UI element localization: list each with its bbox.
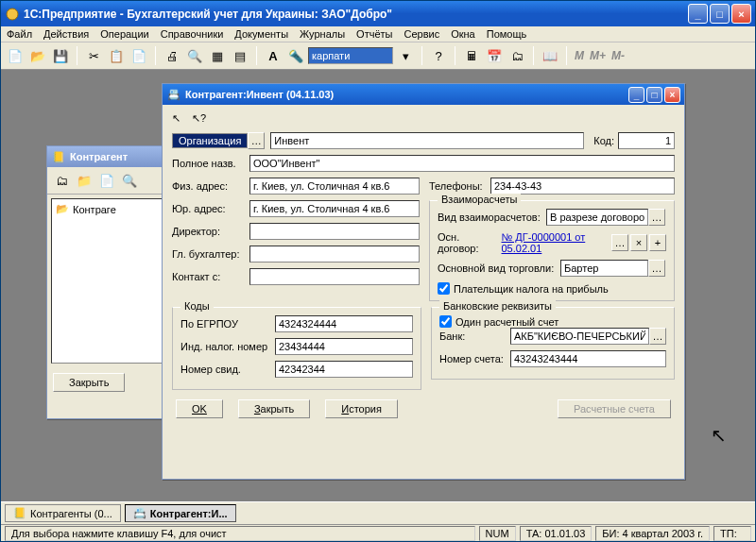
- history-rest: стория: [349, 403, 382, 415]
- inn-input[interactable]: [275, 338, 413, 355]
- account-label: Номер счета:: [439, 353, 510, 364]
- legal-addr-input[interactable]: [249, 200, 420, 217]
- book-icon[interactable]: 📖: [540, 45, 560, 66]
- menu-file[interactable]: Файл: [7, 28, 32, 40]
- status-num: NUM: [479, 526, 516, 541]
- menu-references[interactable]: Справочники: [161, 28, 224, 40]
- director-label: Директор:: [172, 226, 249, 237]
- codes-group: Коды По ЕГРПОУ Инд. налог. номер Номер с…: [172, 307, 421, 390]
- org-type-select-button[interactable]: …: [248, 132, 265, 149]
- settle-kind-button[interactable]: …: [648, 209, 665, 226]
- print-icon[interactable]: 🖨: [162, 45, 182, 66]
- doc-icon[interactable]: 📄: [96, 170, 117, 191]
- help-icon[interactable]: ?: [428, 45, 449, 66]
- history-button[interactable]: История: [325, 399, 398, 418]
- legal-addr-label: Юр. адрес:: [172, 203, 249, 214]
- fullname-input[interactable]: [249, 155, 675, 172]
- cut-icon[interactable]: ✂: [83, 45, 104, 66]
- egrpou-label: По ЕГРПОУ: [180, 318, 275, 330]
- copy-icon[interactable]: 📋: [106, 45, 127, 66]
- status-tp: ТП:: [713, 526, 751, 541]
- folder-open-icon: 📂: [56, 203, 69, 215]
- account-input[interactable]: [510, 350, 666, 367]
- maximize-button[interactable]: □: [710, 4, 730, 24]
- menu-windows[interactable]: Окна: [451, 28, 475, 40]
- taxpayer-checkbox[interactable]: [438, 282, 450, 295]
- code-label: Код:: [593, 135, 614, 146]
- bank-select-button[interactable]: …: [649, 328, 666, 345]
- toolbar-search-input[interactable]: [308, 47, 393, 64]
- code-input[interactable]: [618, 132, 675, 149]
- bank-input[interactable]: [510, 328, 649, 345]
- folder-icon[interactable]: 📁: [74, 170, 94, 191]
- contract-clear-button[interactable]: ×: [630, 234, 647, 251]
- phones-input[interactable]: [490, 178, 675, 195]
- dropdown-icon[interactable]: ▾: [395, 45, 416, 66]
- dialog-minimize-button[interactable]: _: [628, 87, 644, 103]
- list-icon[interactable]: 🗂: [507, 45, 527, 66]
- menu-documents[interactable]: Документы: [234, 28, 288, 40]
- menu-service[interactable]: Сервис: [404, 28, 440, 40]
- minimize-button[interactable]: _: [688, 4, 708, 24]
- settle-kind-input[interactable]: [546, 209, 648, 226]
- svg-point-0: [7, 8, 18, 20]
- bold-icon[interactable]: A: [263, 45, 284, 66]
- date-icon[interactable]: 📅: [484, 45, 505, 66]
- settlements-title: Взаиморасчеты: [438, 194, 521, 205]
- close-button[interactable]: ×: [731, 4, 751, 24]
- menu-actions[interactable]: Действия: [43, 28, 89, 40]
- dialog-close-button[interactable]: ×: [664, 87, 680, 103]
- contract-add-button[interactable]: +: [649, 234, 666, 251]
- inn-label: Инд. налог. номер: [180, 341, 275, 352]
- bank-title: Банковские реквизиты: [439, 300, 556, 312]
- preview-icon[interactable]: 🔍: [184, 45, 205, 66]
- pointer-icon[interactable]: ↖: [172, 112, 180, 125]
- phones-label: Телефоны:: [429, 180, 490, 192]
- single-account-checkbox[interactable]: [439, 315, 452, 328]
- menu-reports[interactable]: Отчёты: [356, 28, 392, 40]
- main-titlebar: 1С:Предприятие - Бухгалтерский учет для …: [1, 1, 755, 26]
- new-icon[interactable]: 📄: [5, 45, 26, 66]
- search2-icon[interactable]: 🔍: [119, 170, 140, 191]
- task-contragent-active[interactable]: 📇 Контрагент:И...: [125, 504, 236, 522]
- cert-input[interactable]: [275, 361, 413, 378]
- help-pointer-icon[interactable]: ↖?: [192, 112, 206, 125]
- open-icon[interactable]: 📂: [27, 45, 48, 66]
- menu-journals[interactable]: Журналы: [300, 28, 345, 40]
- trade-button[interactable]: …: [648, 260, 665, 277]
- dialog-maximize-button[interactable]: □: [646, 87, 662, 103]
- name-input[interactable]: [270, 132, 584, 149]
- sheet2-icon[interactable]: ▤: [230, 45, 250, 66]
- mplus-indicator: M+: [588, 49, 608, 62]
- phys-addr-input[interactable]: [249, 178, 420, 195]
- org-type-box[interactable]: Организация: [172, 133, 248, 148]
- ok-button[interactable]: OK: [176, 399, 223, 418]
- contact-input[interactable]: [249, 268, 420, 285]
- task-contragents[interactable]: 📒 Контрагенты (0...: [5, 504, 121, 522]
- contract-select-button[interactable]: …: [611, 234, 628, 251]
- main-contract-link[interactable]: № ДГ-0000001 от 05.02.01: [502, 231, 612, 254]
- egrpou-input[interactable]: [275, 315, 413, 332]
- search-icon[interactable]: 🔦: [285, 45, 306, 66]
- cards-icon[interactable]: 🗂: [51, 170, 72, 191]
- director-input[interactable]: [249, 223, 420, 240]
- accountant-input[interactable]: [249, 246, 420, 263]
- menu-help[interactable]: Помощь: [487, 28, 527, 40]
- settle-kind-label: Вид взаиморасчетов:: [438, 212, 546, 223]
- close-dialog-button[interactable]: Закрыть: [238, 399, 310, 418]
- contragent-dialog: 📇 Контрагент:Инвент (04.11.03) _ □ × ↖ ↖…: [162, 83, 685, 480]
- sheet-icon[interactable]: ▦: [207, 45, 228, 66]
- trade-input[interactable]: [560, 260, 648, 277]
- paste-icon[interactable]: 📄: [129, 45, 149, 66]
- menu-operations[interactable]: Операции: [100, 28, 148, 40]
- trade-label: Основной вид торговли:: [438, 263, 560, 274]
- save-icon[interactable]: 💾: [50, 45, 71, 66]
- close-list-button[interactable]: Закрыть: [53, 373, 125, 392]
- contragent-titlebar[interactable]: 📇 Контрагент:Инвент (04.11.03) _ □ ×: [163, 84, 684, 105]
- accounts-button: Расчетные счета: [558, 399, 671, 418]
- task-label-2: Контрагент:И...: [150, 508, 228, 519]
- status-hint: Для выбора нажмите клавишу F4, для очист: [5, 526, 475, 541]
- codes-title: Коды: [180, 300, 214, 312]
- calc-icon[interactable]: 🖩: [461, 45, 482, 66]
- tree-label: Контраге: [73, 204, 116, 215]
